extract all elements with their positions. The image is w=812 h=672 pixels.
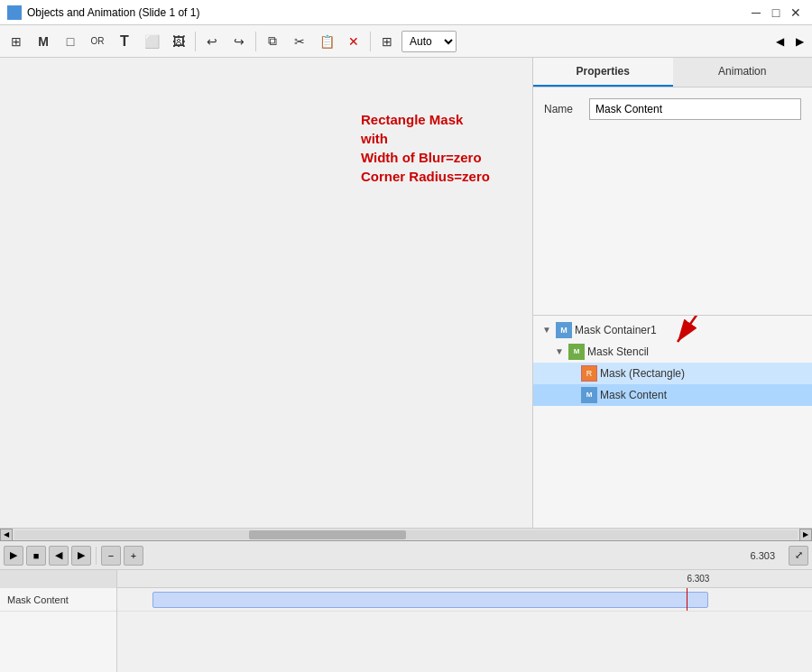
separator-2 (255, 32, 256, 51)
right-panel: Properties Animation Name (532, 58, 812, 528)
shape-tool-button[interactable]: ⬜ (139, 29, 164, 54)
annotation-text: Rectangle MaskwithWidth of Blur=zeroCorn… (361, 110, 490, 186)
name-property-row: Name (544, 98, 801, 120)
label-mask-stencil: Mask Stencil (587, 345, 649, 358)
annotation-label: Rectangle MaskwithWidth of Blur=zeroCorn… (361, 110, 490, 186)
title-bar: Objects and Animation (Slide 1 of 1) ─ □… (0, 0, 812, 25)
window-title: Objects and Animation (Slide 1 of 1) (27, 6, 199, 19)
redo-button[interactable]: ↪ (226, 29, 252, 54)
tree-item-mask-stencil[interactable]: ▼ M Mask Stencil (533, 341, 812, 363)
paste-button[interactable]: 📋 (314, 29, 339, 54)
copy-button[interactable]: ⧉ (260, 29, 285, 54)
move-button[interactable]: ⤢ (789, 546, 808, 566)
track-label-mask-content: Mask Content (0, 588, 116, 612)
tree-item-mask-content[interactable]: M Mask Content (533, 384, 812, 406)
zoom-select[interactable]: Auto 50% 75% 100% (401, 31, 457, 52)
image-tool-button[interactable]: 🖼 (166, 29, 191, 54)
scroll-track[interactable] (14, 530, 798, 539)
tab-properties[interactable]: Properties (533, 58, 673, 87)
next-nav-button[interactable]: ▶ (790, 29, 808, 54)
toolbar: ⊞ M □ OR T ⬜ 🖼 ↩ ↪ ⧉ ✂ 📋 ✕ ⊞ Auto 50% 75… (0, 25, 812, 58)
window-controls: ─ □ ✕ (747, 4, 805, 22)
time-ruler: 6.303 (117, 570, 812, 588)
close-button[interactable]: ✕ (787, 4, 805, 22)
label-mask-container: Mask Container1 (575, 324, 657, 336)
panel-tabs: Properties Animation (533, 58, 812, 87)
horizontal-scrollbar[interactable]: ◀ ▶ (0, 528, 812, 540)
track-label-empty (0, 570, 116, 588)
track-labels: Mask Content (0, 570, 117, 672)
prev-nav-button[interactable]: ◀ (770, 29, 789, 54)
label-mask-rectangle: Mask (Rectangle) (600, 367, 685, 380)
panel-content: Name (533, 87, 812, 315)
app-icon (7, 5, 22, 20)
tree-item-mask-rectangle[interactable]: R Mask (Rectangle) (533, 363, 812, 384)
track-bar[interactable] (152, 592, 708, 608)
time-position-marker (687, 588, 687, 611)
expand-mask-stencil[interactable]: ▼ (553, 346, 566, 356)
icon-mask-content: M (581, 387, 597, 403)
tree-item-mask-container[interactable]: ▼ M Mask Container1 (533, 319, 812, 341)
forward-button[interactable]: ▶ (71, 546, 91, 566)
icon-mask-stencil: M (568, 344, 585, 360)
tl-separator (96, 547, 97, 565)
tab-animation[interactable]: Animation (673, 58, 813, 87)
object-tree: ▼ M Mask Container1 ▼ M Mask Stencil R M… (533, 315, 812, 529)
timeline-area: ▶ ■ ◀ ▶ − + 6.303 ⤢ Mask Content 6.303 (0, 540, 812, 672)
m-tool-button[interactable]: M (31, 29, 56, 54)
scroll-thumb-h[interactable] (249, 530, 406, 539)
undo-button[interactable]: ↩ (199, 29, 225, 54)
grid-button[interactable]: ⊞ (374, 29, 400, 54)
or-tool-button[interactable]: OR (85, 29, 110, 54)
track-row-mask-content[interactable] (117, 588, 812, 612)
name-input[interactable] (589, 98, 801, 120)
track-content: 6.303 (117, 570, 812, 672)
back-button[interactable]: ◀ (49, 546, 69, 566)
time-display: 6.303 (146, 550, 782, 561)
play-button[interactable]: ▶ (4, 546, 23, 566)
name-label: Name (544, 103, 589, 115)
zoom-out-button[interactable]: − (101, 546, 121, 566)
canvas-wrapper: ▲ ▼ Rectangle MaskwithWidth of Blur=zero… (0, 58, 532, 528)
timeline-controls: ▶ ■ ◀ ▶ − + 6.303 ⤢ (0, 541, 812, 570)
icon-mask-container: M (556, 322, 572, 338)
main-layout: ▲ ▼ Rectangle MaskwithWidth of Blur=zero… (0, 58, 812, 528)
time-marker-label: 6.303 (687, 574, 709, 584)
scroll-left-button[interactable]: ◀ (0, 529, 13, 541)
maximize-button[interactable]: □ (767, 4, 785, 22)
icon-mask-rectangle: R (581, 365, 597, 382)
minimize-button[interactable]: ─ (747, 4, 765, 22)
rect-tool-button[interactable]: □ (58, 29, 83, 54)
timeline-tracks: Mask Content 6.303 (0, 570, 812, 672)
zoom-in-button[interactable]: + (124, 546, 143, 566)
expand-mask-container[interactable]: ▼ (540, 325, 553, 335)
separator-1 (195, 32, 196, 51)
separator-3 (370, 32, 371, 51)
stop-button[interactable]: ■ (26, 546, 46, 566)
cut-button[interactable]: ✂ (287, 29, 312, 54)
tree-arrow-wrapper: ▼ M Mask Container1 ▼ M Mask Stencil R M… (533, 319, 812, 406)
select-tool-button[interactable]: ⊞ (4, 29, 29, 54)
delete-button[interactable]: ✕ (341, 29, 366, 54)
text-tool-button[interactable]: T (112, 29, 137, 54)
scroll-right-button[interactable]: ▶ (799, 529, 812, 541)
label-mask-content: Mask Content (600, 389, 667, 401)
